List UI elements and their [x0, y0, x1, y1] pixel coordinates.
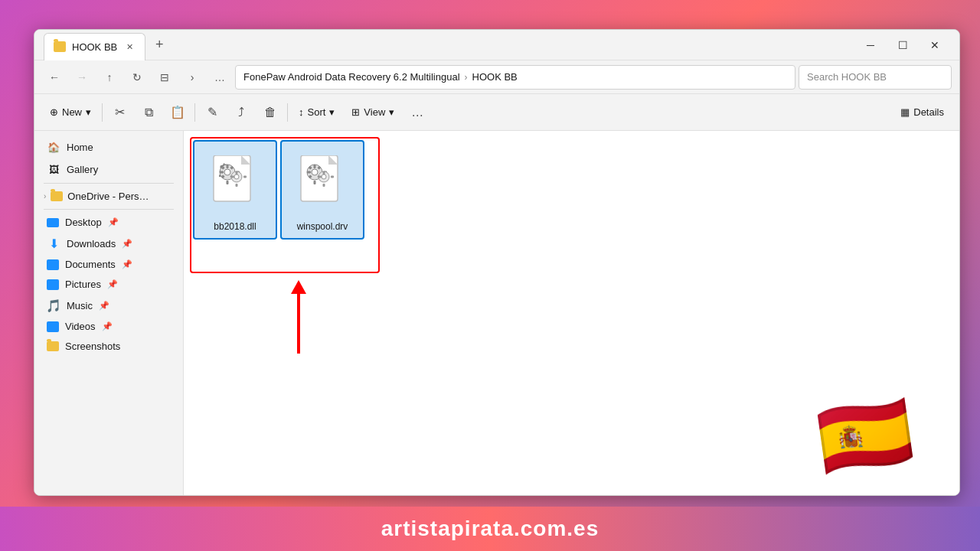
close-button[interactable]: ✕	[920, 33, 950, 57]
svg-rect-15	[236, 184, 238, 187]
sidebar-item-onedrive[interactable]: › OneDrive - Pers…	[38, 187, 180, 206]
window-controls: ─ ☐ ✕	[855, 33, 950, 57]
sidebar-item-music[interactable]: 🎵 Music 📌	[38, 295, 180, 316]
view-label: View	[364, 106, 385, 118]
drv-file-icon	[298, 155, 347, 214]
sidebar-item-downloads[interactable]: ⬇ Downloads 📌	[38, 233, 180, 254]
tab-title: HOOK BB	[72, 41, 117, 53]
svg-rect-5	[227, 181, 229, 184]
sidebar-label-documents: Documents	[65, 259, 116, 270]
sidebar-item-videos[interactable]: Videos 📌	[38, 317, 180, 336]
breadcrumb-path1: FonePaw Android Data Recovery 6.2 Multil…	[243, 71, 460, 83]
pictures-icon	[47, 279, 59, 290]
new-tab-button[interactable]: +	[149, 34, 170, 56]
minimize-button[interactable]: ─	[855, 33, 886, 57]
maximize-button[interactable]: ☐	[887, 33, 918, 57]
rename-button[interactable]: ✎	[198, 99, 226, 126]
svg-rect-32	[323, 171, 325, 174]
bottom-banner: artistapirata.com.es	[0, 507, 980, 551]
file-label-bb2018: bb2018.dll	[214, 221, 256, 232]
dll-file-icon	[211, 155, 260, 214]
arrow-line	[297, 292, 300, 354]
close-tab-button[interactable]: ✕	[123, 41, 136, 53]
view-dropdown-icon: ▾	[389, 106, 394, 118]
sidebar-item-desktop[interactable]: Desktop 📌	[38, 213, 180, 232]
sort-label: Sort	[308, 106, 326, 118]
svg-point-13	[234, 174, 239, 179]
breadcrumb[interactable]: FonePaw Android Data Recovery 6.2 Multil…	[235, 65, 795, 90]
new-label: New	[62, 106, 82, 118]
more-options-button[interactable]: …	[403, 99, 431, 126]
folder-icon	[54, 41, 66, 52]
svg-rect-4	[227, 165, 229, 168]
onedrive-folder-icon	[51, 191, 63, 201]
file-icon-wrapper-winspool	[298, 155, 347, 217]
sidebar-item-screenshots[interactable]: Screenshots	[38, 337, 180, 356]
sidebar-label-home: Home	[67, 142, 93, 153]
sidebar-label-onedrive: OneDrive - Pers…	[67, 191, 149, 202]
toolbar-separator-1	[102, 103, 103, 122]
file-label-winspool: winspool.drv	[297, 221, 348, 232]
share-button[interactable]: ⤴	[227, 99, 255, 126]
copy-button[interactable]: ⧉	[135, 99, 162, 126]
sidebar-label-downloads: Downloads	[67, 238, 116, 249]
music-icon: 🎵	[47, 298, 60, 312]
documents-pin-icon: 📌	[122, 259, 132, 269]
svg-point-31	[322, 174, 326, 179]
svg-rect-33	[323, 184, 325, 187]
details-button[interactable]: ▦ Details	[893, 99, 952, 126]
new-dropdown-icon: ▾	[86, 106, 91, 118]
new-button[interactable]: ⊕ New ▾	[42, 99, 99, 126]
up-button[interactable]: ↑	[97, 65, 122, 90]
delete-button[interactable]: 🗑	[256, 99, 284, 126]
sort-dropdown-icon: ▾	[329, 106, 335, 118]
path-separator: ›	[465, 72, 468, 83]
file-item-winspool[interactable]: winspool.drv	[280, 140, 364, 240]
toolbar-separator-2	[194, 103, 195, 122]
breadcrumb-path2: HOOK BB	[472, 71, 518, 83]
more-address-button[interactable]: …	[207, 65, 232, 90]
window-tab[interactable]: HOOK BB ✕	[44, 33, 145, 60]
desktop-icon	[47, 218, 59, 227]
paste-button[interactable]: 📋	[164, 99, 191, 126]
view-button[interactable]: ⊞ View ▾	[344, 99, 402, 126]
sidebar-item-pictures[interactable]: Pictures 📌	[38, 275, 180, 294]
sort-button[interactable]: ↕ Sort ▾	[291, 99, 342, 126]
toolbar: ⊕ New ▾ ✂ ⧉ 📋 ✎ ⤴ 🗑 ↕ Sort ▾ ⊞ View ▾ … …	[34, 94, 959, 131]
sidebar-label-pictures: Pictures	[65, 279, 101, 290]
desktop-view-button[interactable]: ⊟	[152, 65, 177, 90]
sidebar-label-screenshots: Screenshots	[65, 341, 120, 352]
svg-rect-17	[243, 176, 247, 178]
details-label: Details	[913, 106, 944, 118]
forward-button[interactable]: →	[70, 65, 94, 90]
sidebar-item-home[interactable]: 🏠 Home	[38, 136, 180, 158]
svg-rect-35	[331, 176, 334, 178]
svg-rect-34	[318, 176, 322, 178]
sidebar-label-videos: Videos	[65, 321, 96, 332]
svg-rect-23	[314, 181, 316, 184]
svg-rect-6	[220, 171, 224, 174]
file-icon-wrapper-bb2018	[211, 155, 260, 217]
svg-rect-22	[314, 165, 316, 168]
address-bar: ← → ↑ ↻ ⊟ › … FonePaw Android Data Recov…	[34, 60, 959, 94]
main-area: 🏠 Home 🖼 Gallery › OneDrive - Pers… Desk…	[34, 131, 959, 496]
sidebar-item-documents[interactable]: Documents 📌	[38, 255, 180, 274]
svg-point-21	[312, 169, 318, 175]
details-icon: ▦	[900, 106, 910, 118]
search-box[interactable]: Search HOOK BB	[799, 65, 952, 90]
cut-button[interactable]: ✂	[106, 99, 133, 126]
refresh-button[interactable]: ↻	[125, 65, 149, 90]
sidebar-label-desktop: Desktop	[65, 217, 102, 228]
sidebar-label-gallery: Gallery	[67, 164, 98, 175]
banner-text: artistapirata.com.es	[381, 517, 599, 541]
content-area[interactable]: bb2018.dll	[184, 131, 959, 496]
view-icon: ⊞	[351, 106, 360, 118]
title-bar: HOOK BB ✕ + ─ ☐ ✕	[34, 30, 959, 60]
breadcrumb-expand-button[interactable]: ›	[180, 65, 204, 90]
back-button[interactable]: ←	[42, 65, 67, 90]
file-item-bb2018[interactable]: bb2018.dll	[193, 140, 277, 240]
toolbar-separator-3	[287, 103, 288, 122]
videos-pin-icon: 📌	[102, 321, 113, 331]
sidebar-item-gallery[interactable]: 🖼 Gallery	[38, 158, 180, 180]
videos-icon	[47, 321, 59, 332]
